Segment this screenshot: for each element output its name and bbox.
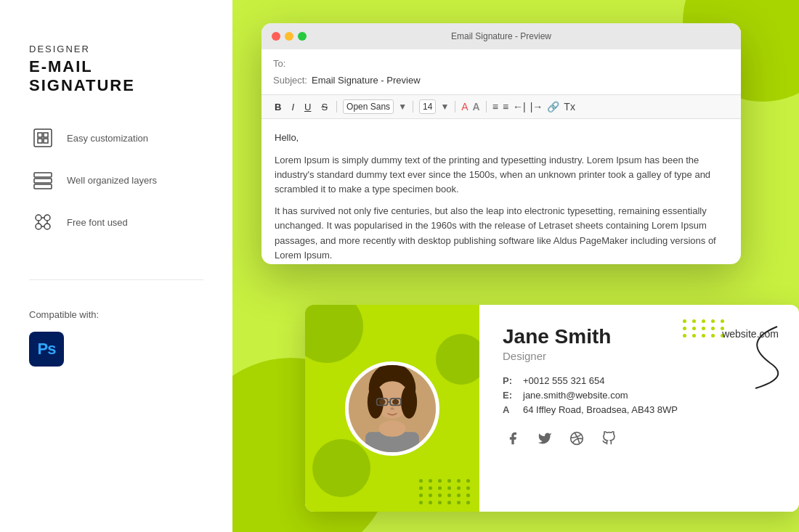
dribbble-icon[interactable] (567, 428, 587, 449)
email-to: To: (273, 55, 729, 72)
svg-point-28 (379, 420, 406, 436)
svg-point-9 (44, 215, 50, 221)
svg-point-10 (36, 224, 41, 229)
svg-rect-6 (34, 179, 52, 183)
phone-label: P: (503, 375, 516, 386)
feature-customization-label: Easy customization (67, 133, 148, 144)
subject-label: Subject: (273, 75, 307, 86)
twitter-icon[interactable] (535, 428, 555, 449)
email-subject-row: Subject: Email Signature - Preview (273, 72, 729, 89)
dots-right (683, 319, 726, 337)
photoshop-icon: Ps (29, 332, 64, 367)
right-panel: Email Signature - Preview To: Subject: E… (232, 0, 799, 532)
svg-point-20 (401, 385, 417, 418)
svg-point-24 (379, 399, 386, 404)
signature-right: website.com Jane Smith Designer P: +0012… (479, 305, 799, 512)
font-color-button[interactable]: A (461, 101, 468, 112)
strike-button[interactable]: S (318, 100, 330, 114)
clear-format-button[interactable]: Tx (564, 101, 575, 112)
customization-icon (29, 124, 57, 152)
divider (29, 279, 203, 280)
avatar (345, 361, 439, 456)
svg-rect-4 (44, 139, 48, 143)
italic-button[interactable]: I (288, 100, 297, 114)
email-hello: Hello, (275, 131, 728, 146)
feature-layers-label: Well organized layers (67, 175, 157, 186)
email-value: jane.smith@website.com (523, 390, 628, 401)
underline-button[interactable]: U (301, 100, 314, 114)
feature-customization: Easy customization (29, 124, 203, 152)
mac-dots (272, 32, 307, 41)
subject-value: Email Signature - Preview (312, 75, 421, 86)
address-value: 64 Iffley Road, Broadsea, AB43 8WP (523, 404, 678, 415)
features-list: Easy customization Well organized layers (29, 124, 203, 236)
github-icon[interactable] (599, 428, 619, 449)
feature-font-label: Free font used (67, 217, 128, 228)
email-para-2: It has survived not only five centuries,… (275, 204, 728, 263)
toolbar-sep-2 (413, 101, 413, 112)
font-icon (29, 208, 57, 236)
mac-window: Email Signature - Preview To: Subject: E… (261, 23, 741, 264)
dot-yellow[interactable] (285, 32, 293, 41)
sig-address-row: A 64 Iffley Road, Broadsea, AB43 8WP (503, 404, 779, 415)
font-size-down[interactable]: ▼ (398, 102, 407, 112)
email-header: To: Subject: Email Signature - Preview (261, 49, 741, 95)
email-toolbar: B I U S Open Sans ▼ 14 ▼ A A ≡ ≡ ←| |→ 🔗… (261, 95, 741, 119)
font-size-down2[interactable]: ▼ (440, 102, 449, 112)
feature-font: Free font used (29, 208, 203, 236)
svg-rect-7 (34, 184, 52, 189)
email-para-1: Lorem Ipsum is simply dummy text of the … (275, 153, 728, 197)
toolbar-sep-4 (486, 101, 487, 112)
font-selector[interactable]: Open Sans (343, 99, 394, 114)
indent-button[interactable]: |→ (530, 101, 543, 112)
brand-label: DESIGNER (29, 44, 203, 54)
signature-left (305, 305, 479, 512)
dots-pattern (419, 479, 472, 504)
svg-point-8 (36, 215, 41, 221)
left-panel: DESIGNER E-MAIL SIGNATURE Easy customiza… (0, 0, 232, 532)
ordered-list-button[interactable]: ≡ (503, 101, 508, 112)
svg-point-26 (390, 407, 394, 410)
svg-rect-3 (38, 139, 42, 143)
sig-social (503, 428, 779, 449)
layers-icon (29, 166, 57, 194)
signature-card: website.com Jane Smith Designer P: +0012… (305, 305, 799, 512)
svg-point-11 (44, 224, 50, 229)
email-body: Hello, Lorem Ipsum is simply dummy text … (261, 119, 741, 264)
svg-point-25 (392, 399, 399, 404)
mac-title: Email Signature - Preview (451, 31, 551, 41)
toolbar-sep-1 (336, 101, 337, 112)
svg-rect-0 (34, 129, 52, 147)
facebook-icon[interactable] (503, 428, 523, 449)
dot-red[interactable] (272, 32, 280, 41)
hex-blob-1 (305, 305, 363, 363)
highlight-button[interactable]: A (473, 101, 480, 112)
mac-titlebar: Email Signature - Preview (261, 23, 741, 49)
toolbar-sep-3 (455, 101, 455, 112)
svg-rect-2 (44, 133, 48, 137)
hex-blob-2 (312, 439, 370, 497)
brand-title: E-MAIL SIGNATURE (29, 57, 203, 95)
compatible-label: Compatible with: (29, 309, 203, 320)
dot-green[interactable] (298, 32, 307, 41)
link-button[interactable]: 🔗 (547, 101, 559, 112)
sig-website: website.com (722, 328, 779, 340)
font-size-selector[interactable]: 14 (419, 99, 436, 114)
phone-value: +0012 555 321 654 (523, 375, 604, 386)
svg-rect-1 (38, 133, 42, 137)
bold-button[interactable]: B (272, 100, 284, 114)
email-label: E: (503, 390, 516, 401)
svg-rect-5 (34, 173, 52, 177)
unordered-list-button[interactable]: ≡ (492, 101, 498, 112)
address-label: A (503, 404, 516, 415)
feature-layers: Well organized layers (29, 166, 203, 194)
outdent-button[interactable]: ←| (513, 101, 526, 112)
